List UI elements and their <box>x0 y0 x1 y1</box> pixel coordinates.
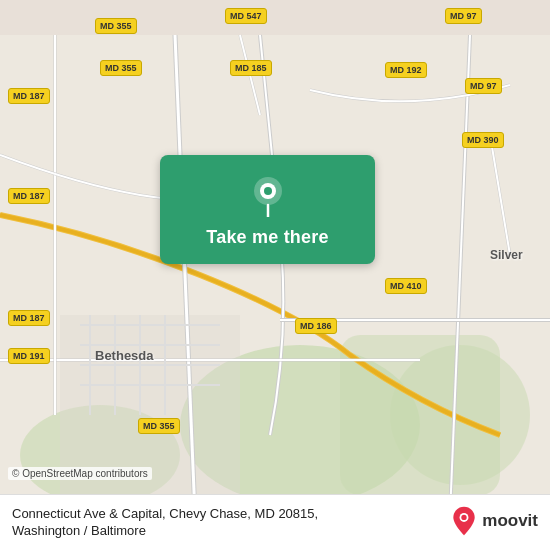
road-label-md97-2: MD 97 <box>465 78 502 94</box>
road-label-md547: MD 547 <box>225 8 267 24</box>
road-label-md97-1: MD 97 <box>445 8 482 24</box>
moovit-pin-icon <box>450 505 478 537</box>
road-label-md355-1: MD 355 <box>95 18 137 34</box>
action-card: Take me there <box>160 155 375 264</box>
road-label-md187-2: MD 187 <box>8 188 50 204</box>
road-label-md355-2: MD 355 <box>100 60 142 76</box>
location-info: Connecticut Ave & Capital, Chevy Chase, … <box>12 505 438 538</box>
location-name: Connecticut Ave & Capital, Chevy Chase, … <box>12 505 438 523</box>
road-label-md192: MD 192 <box>385 62 427 78</box>
svg-point-28 <box>264 187 272 195</box>
road-label-md187-1: MD 187 <box>8 88 50 104</box>
road-label-md187-3: MD 187 <box>8 310 50 326</box>
map-container: MD 355 MD 547 MD 97 MD 192 MD 97 MD 187 … <box>0 0 550 550</box>
location-region: Washington / Baltimore <box>12 523 438 538</box>
city-label-bethesda: Bethesda <box>95 348 154 363</box>
road-label-md390: MD 390 <box>462 132 504 148</box>
road-label-md191: MD 191 <box>8 348 50 364</box>
location-pin-icon <box>246 173 290 217</box>
take-me-there-button[interactable]: Take me there <box>206 227 328 248</box>
city-label-silver: Silver <box>490 248 523 262</box>
road-label-md186: MD 186 <box>295 318 337 334</box>
svg-point-30 <box>462 515 467 520</box>
road-label-md410: MD 410 <box>385 278 427 294</box>
road-label-md185: MD 185 <box>230 60 272 76</box>
moovit-logo: moovit <box>450 505 538 537</box>
location-card: Connecticut Ave & Capital, Chevy Chase, … <box>0 494 550 550</box>
map-attribution: © OpenStreetMap contributors <box>8 467 152 480</box>
road-label-md355-3: MD 355 <box>138 418 180 434</box>
moovit-text: moovit <box>482 511 538 531</box>
